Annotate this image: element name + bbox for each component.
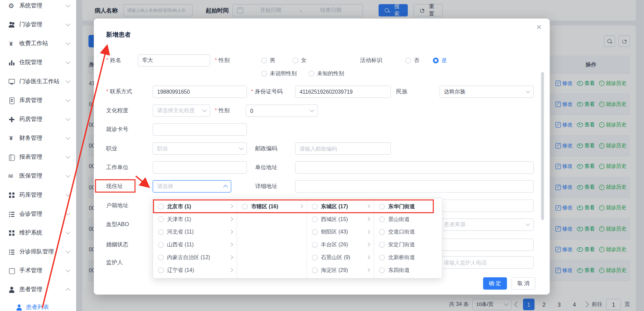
sidebar-item-patient-list[interactable]: 患者列表 [0,299,76,311]
modal-scrollbar[interactable] [541,72,544,220]
sidebar-item-icon [8,59,15,66]
id-number-input[interactable] [295,86,391,98]
occupation-label: 职业 [106,142,117,155]
gender-unknown-radio[interactable]: 未知的性别 [309,67,344,80]
cascader-street-option[interactable]: 东四街道 [374,264,442,277]
sidebar-item[interactable]: 药库管理 [0,186,76,205]
detail-address-label: 详细地址 [255,180,277,193]
sidebar-item[interactable]: 报表管理 [0,148,76,166]
sidebar-item[interactable]: 住院管理 [0,53,76,72]
cascader-district-column: 东城区 (17) 西城区 (15) 朝阳区 (43) [307,198,374,278]
cascader-district-option[interactable]: 海淀区 (29) [307,264,374,277]
chevron-right-icon [299,204,303,208]
current-address-cascader[interactable]: 请选择 [153,180,231,193]
patient-source-placeholder: 患者来源 [444,221,465,228]
radio-label: 男 [270,57,275,64]
cascader-option-label: 天津市 (1) [167,215,226,223]
radio-icon [379,254,385,260]
cascader-province-option[interactable]: 内蒙古自治区 (12) [153,251,237,264]
active-no-radio[interactable]: 否 [405,54,419,67]
occupation-select[interactable]: 职业 [153,142,247,155]
sidebar-item[interactable]: 财务管理 [0,129,76,148]
chevron-right-icon [366,268,370,272]
sidebar-item-label: 门诊管理 [19,21,42,28]
guardian-phone-input[interactable] [439,256,533,269]
education-select[interactable]: 请选择文化程度 [153,104,210,117]
sidebar-item[interactable]: 医保管理 [0,166,76,185]
name-input[interactable] [138,54,210,67]
contact-label: 联系方式 [106,86,132,98]
radio-icon [312,267,318,273]
confirm-button[interactable]: 确 定 [483,277,507,290]
chevron-down-icon [310,107,314,112]
cascader-district-option[interactable]: 东城区 (17) [307,200,374,213]
cascader-city-option[interactable]: 市辖区 (16) [237,200,306,213]
patient-source-select[interactable]: 患者来源 [439,218,533,231]
cascader-street-option[interactable]: 北新桥街道 [374,251,442,264]
education-label: 文化程度 [106,104,128,117]
contact-input[interactable] [153,86,247,98]
active-yes-radio[interactable]: 是 [433,54,447,67]
sidebar-item[interactable]: 会诊管理 [0,205,76,223]
sidebar-item-label: 维护系统 [19,229,42,237]
sidebar-item[interactable]: 分诊排队管理 [0,242,76,261]
cancel-button[interactable]: 取 消 [511,277,535,290]
close-icon[interactable]: × [536,23,541,31]
sidebar: 系统管理 门诊管理 收费工作站 住院管理 [0,0,77,311]
gender-unspecified-radio[interactable]: 未说明性别 [261,67,297,80]
sidebar-item[interactable]: 患者管理 [0,280,76,299]
sidebar-item[interactable]: 手术管理 [0,261,76,280]
sidebar-item[interactable]: 门诊管理 [0,15,76,34]
cascader-street-option[interactable]: 安定门街道 [374,238,442,251]
education-placeholder: 请选择文化程度 [157,107,195,114]
cascader-province-option[interactable]: 河北省 (11) [153,225,237,238]
cascader-street-option[interactable]: 交道口街道 [374,225,442,238]
cascader-street-column: 东华门街道 景山街道 交道口街道 [374,198,442,278]
work-address-input[interactable] [295,161,534,174]
cascader-district-option[interactable]: 西城区 (15) [307,213,374,225]
gender-male-radio[interactable]: 男 [261,54,275,67]
cascader-district-option[interactable]: 朝阳区 (43) [307,225,374,238]
cascader-option-label: 东城区 (17) [321,203,363,210]
cascader-district-option[interactable]: 石景山区 (9) [307,251,374,264]
radio-icon [433,58,439,63]
cascader-option-label: 海淀区 (29) [321,267,363,274]
chevron-icon [65,288,70,293]
sidebar-item-label: 报表管理 [19,153,42,161]
sidebar-item[interactable]: 系统管理 [0,0,76,15]
gender-female-radio[interactable]: 女 [293,54,306,67]
cascader-option-label: 交道口街道 [388,228,438,236]
cascader-option-label: 北新桥街道 [388,254,438,261]
radio-label: 未说明性别 [270,70,297,77]
cascader-province-option[interactable]: 北京市 (1) [153,200,237,213]
cascader-street-option[interactable]: 景山街道 [374,213,442,225]
sidebar-item[interactable]: 门诊医生工作站 [0,72,76,91]
chevron-right-icon [229,255,233,259]
cascader-street-option[interactable]: 东华门街道 [374,200,442,213]
detail-address-input[interactable] [295,180,534,193]
chevron-up-icon [223,185,228,190]
gender-select-value: 0 [250,107,253,114]
radio-icon [379,204,385,209]
cascader-district-option[interactable]: 丰台区 (26) [307,238,374,251]
cascader-province-option[interactable]: 天津市 (1) [153,213,237,225]
gender-select-label: 性别 [215,104,230,117]
chevron-icon [65,230,70,235]
radio-icon [158,216,164,222]
work-unit-input[interactable] [153,161,247,174]
marital-right-input[interactable] [439,239,533,251]
sidebar-item-icon [8,267,15,274]
sidebar-item[interactable]: 维护系统 [0,223,76,242]
chevron-right-icon [366,217,370,221]
card-no-input[interactable] [153,123,247,136]
ethnicity-select[interactable]: 达斡尔族 [439,86,533,98]
sidebar-item[interactable]: 收费工作站 [0,34,76,53]
chevron-right-icon [229,217,233,221]
sidebar-item[interactable]: 药房管理 [0,110,76,129]
gender-select[interactable]: 0 [246,104,318,117]
chevron-down-icon [526,89,530,93]
sidebar-item[interactable]: 库房管理 [0,91,76,110]
cascader-province-option[interactable]: 辽宁省 (14) [153,264,237,277]
cascader-province-option[interactable]: 山西省 (11) [153,238,237,251]
postal-code-input[interactable] [295,142,391,155]
